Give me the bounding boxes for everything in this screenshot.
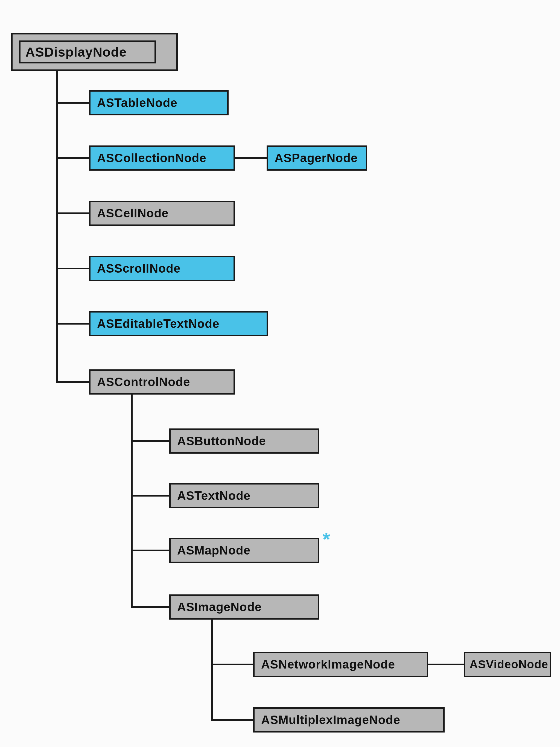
connector-multiplex xyxy=(211,719,253,721)
connector-pager xyxy=(235,157,266,159)
asterisk-icon: * xyxy=(323,530,330,549)
node-astablenode: ASTableNode xyxy=(89,90,229,115)
trunk-main xyxy=(56,71,58,383)
node-ascellnode: ASCellNode xyxy=(89,201,235,226)
node-asmapnode: ASMapNode xyxy=(169,538,319,563)
node-ascontrolnode: ASControlNode xyxy=(89,369,235,394)
node-asmultipleximagenode: ASMultiplexImageNode xyxy=(253,707,444,732)
connector-map xyxy=(131,549,169,551)
hierarchy-diagram: ASDisplayNode ASTableNode ASCollectionNo… xyxy=(0,0,560,747)
node-astextnode: ASTextNode xyxy=(169,483,319,508)
connector-collection xyxy=(56,157,89,159)
connector-video xyxy=(428,664,464,665)
connector-cell xyxy=(56,212,89,214)
connector-text xyxy=(131,495,169,496)
connector-scroll xyxy=(56,268,89,269)
connector-editable xyxy=(56,323,89,325)
connector-image xyxy=(131,606,169,608)
node-aseditabletextnode: ASEditableTextNode xyxy=(89,311,268,336)
node-ascollectionnode: ASCollectionNode xyxy=(89,146,235,171)
connector-network xyxy=(211,664,253,665)
trunk-control xyxy=(131,394,133,608)
connector-control xyxy=(56,381,89,383)
node-asbuttonnode: ASButtonNode xyxy=(169,429,319,454)
node-asimagenode: ASImageNode xyxy=(169,594,319,620)
node-asnetworkimagenode: ASNetworkImageNode xyxy=(253,652,428,677)
node-asscrollnode: ASScrollNode xyxy=(89,256,235,281)
root-node: ASDisplayNode xyxy=(19,41,156,63)
node-asvideonode: ASVideoNode xyxy=(464,652,551,677)
connector-button xyxy=(131,440,169,442)
node-aspagernode: ASPagerNode xyxy=(266,146,367,171)
connector-table xyxy=(56,102,89,104)
trunk-image xyxy=(211,620,213,721)
